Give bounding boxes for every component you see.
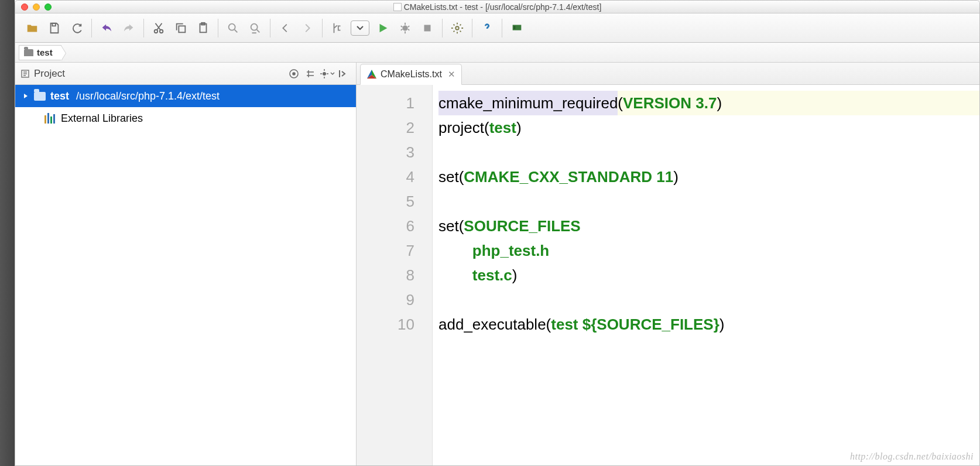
debug-button[interactable] — [394, 17, 416, 39]
zoom-window-icon[interactable] — [44, 4, 52, 11]
code-line: set(SOURCE_FILES — [438, 214, 979, 238]
window-title: CMakeLists.txt - test - [/usr/local/src/… — [15, 2, 979, 12]
sync-button[interactable] — [66, 17, 88, 39]
close-window-icon[interactable] — [21, 4, 28, 11]
project-tool-window: Project test /usr/local/src/php-7.1.4/ex… — [15, 63, 357, 465]
stop-button[interactable] — [416, 17, 438, 39]
collapse-all-button[interactable] — [302, 66, 318, 82]
code-line — [438, 287, 979, 312]
breadcrumb-bar: test — [15, 43, 979, 63]
editor-area: CMakeLists.txt ✕ 1 2 3 4 5 6 7 8 9 10 — [357, 63, 979, 465]
code-content[interactable]: cmake_minimum_required(VERSION 3.7) proj… — [433, 85, 979, 465]
breadcrumb-label: test — [37, 47, 53, 57]
expand-arrow-icon[interactable] — [21, 93, 30, 99]
folder-icon — [24, 49, 33, 56]
replace-button[interactable] — [244, 17, 266, 39]
editor-tabbar: CMakeLists.txt ✕ — [357, 63, 979, 85]
code-line — [438, 140, 979, 165]
code-line: add_executable(test ${SOURCE_FILES}) — [438, 312, 979, 337]
tree-item-label: External Libraries — [61, 112, 143, 125]
svg-point-16 — [323, 72, 326, 76]
line-number: 9 — [357, 287, 414, 312]
help-button[interactable] — [476, 17, 498, 39]
save-button[interactable] — [43, 17, 66, 39]
line-number: 4 — [357, 165, 414, 189]
svg-rect-0 — [52, 23, 56, 26]
window-titlebar[interactable]: CMakeLists.txt - test - [/usr/local/src/… — [15, 1, 979, 13]
redo-button[interactable] — [118, 17, 140, 39]
line-number: 8 — [357, 263, 414, 287]
run-button[interactable] — [372, 17, 394, 39]
folder-icon — [34, 92, 46, 101]
run-config-dropdown[interactable] — [351, 20, 369, 36]
line-gutter: 1 2 3 4 5 6 7 8 9 10 — [357, 85, 433, 465]
tree-item-name: test — [50, 90, 69, 102]
cmake-icon — [366, 69, 377, 80]
svg-rect-3 — [179, 26, 185, 32]
close-tab-icon[interactable]: ✕ — [448, 69, 455, 80]
file-icon — [393, 3, 402, 11]
svg-point-10 — [455, 26, 459, 30]
scroll-from-source-button[interactable] — [286, 66, 302, 82]
svg-point-15 — [293, 73, 295, 75]
line-number: 6 — [357, 214, 414, 238]
svg-point-2 — [160, 29, 163, 33]
line-number: 7 — [357, 238, 414, 263]
tree-external-libraries[interactable]: External Libraries — [15, 107, 356, 129]
line-number: 10 — [357, 312, 414, 337]
svg-rect-9 — [424, 25, 431, 31]
tab-label: CMakeLists.txt — [381, 69, 442, 80]
main-toolbar — [15, 13, 979, 43]
code-editor[interactable]: 1 2 3 4 5 6 7 8 9 10 cmake_minimum_requi… — [357, 85, 979, 465]
svg-point-8 — [402, 25, 407, 30]
project-panel-header: Project — [15, 63, 356, 85]
open-button[interactable] — [21, 17, 43, 39]
code-line: php_test.h — [438, 238, 979, 263]
svg-point-1 — [155, 29, 158, 33]
find-button[interactable] — [222, 17, 244, 39]
code-line: test.c) — [438, 263, 979, 287]
breadcrumb-root[interactable]: test — [19, 45, 61, 60]
copy-button[interactable] — [170, 17, 192, 39]
settings-button[interactable] — [446, 17, 468, 39]
platform-button[interactable] — [506, 17, 528, 39]
svg-point-6 — [229, 23, 235, 30]
line-number: 2 — [357, 115, 414, 140]
code-line: cmake_minimum_required(VERSION 3.7) — [438, 91, 979, 115]
cut-button[interactable] — [148, 17, 170, 39]
tree-item-path: /usr/local/src/php-7.1.4/ext/test — [76, 90, 220, 102]
line-number: 1 — [357, 91, 414, 115]
undo-button[interactable] — [95, 17, 118, 39]
build-button[interactable] — [326, 17, 348, 39]
back-button[interactable] — [274, 17, 296, 39]
code-line: project(test) — [438, 115, 979, 140]
code-line — [438, 189, 979, 214]
traffic-lights — [21, 4, 52, 11]
project-tree[interactable]: test /usr/local/src/php-7.1.4/ext/test E… — [15, 85, 356, 465]
project-view-icon — [20, 68, 30, 79]
ide-window: CMakeLists.txt - test - [/usr/local/src/… — [15, 0, 980, 466]
paste-button[interactable] — [192, 17, 214, 39]
minimize-window-icon[interactable] — [33, 4, 40, 11]
code-line: set(CMAKE_CXX_STANDARD 11) — [438, 165, 979, 189]
forward-button[interactable] — [296, 17, 318, 39]
line-number: 3 — [357, 140, 414, 165]
macos-dock-sliver — [0, 0, 15, 466]
hide-panel-button[interactable] — [335, 66, 351, 82]
line-number: 5 — [357, 189, 414, 214]
editor-tab-cmakelists[interactable]: CMakeLists.txt ✕ — [360, 64, 462, 85]
svg-rect-12 — [514, 26, 516, 29]
svg-point-7 — [251, 23, 258, 30]
tree-root-item[interactable]: test /usr/local/src/php-7.1.4/ext/test — [15, 85, 356, 107]
libraries-icon — [44, 113, 56, 124]
watermark-text: http://blog.csdn.net/baixiaoshi — [850, 451, 974, 462]
panel-settings-button[interactable] — [318, 66, 335, 82]
project-panel-title: Project — [34, 68, 65, 80]
